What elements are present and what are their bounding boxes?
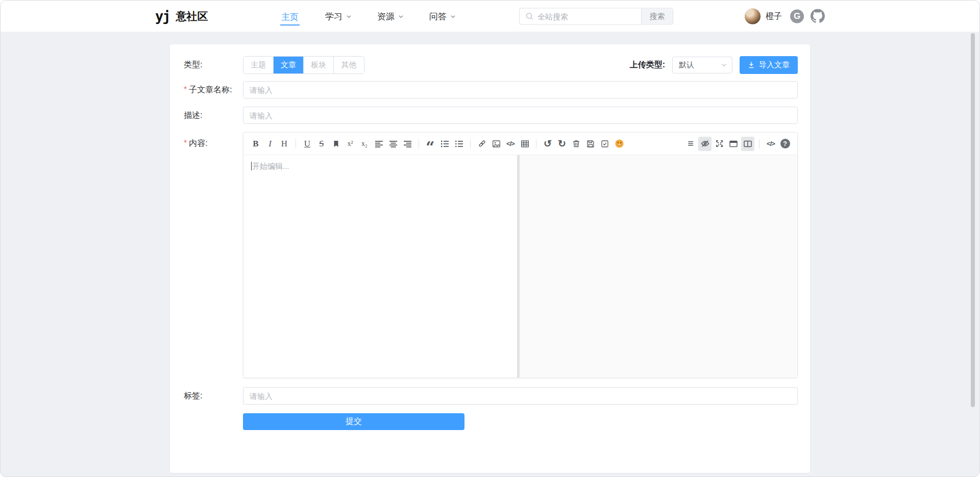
user-area: 橙子 G	[745, 8, 825, 24]
source-code-icon[interactable]: </>	[764, 137, 777, 151]
unordered-list-icon[interactable]	[452, 137, 465, 151]
type-tab-article[interactable]: 文章	[274, 57, 304, 73]
type-label: 类型:	[184, 60, 243, 70]
article-form-card: 类型: 主题 文章 板块 其他 上传类型: 默认	[170, 44, 810, 473]
markdown-editor: B I H U S x² x₂	[243, 132, 798, 378]
align-center-icon[interactable]	[386, 137, 400, 151]
undo-icon[interactable]: ↺	[541, 137, 554, 151]
search-icon	[520, 8, 537, 24]
user-name[interactable]: 橙子	[766, 11, 782, 21]
trash-icon[interactable]	[570, 137, 583, 151]
type-tab-other[interactable]: 其他	[334, 57, 364, 73]
page-body: 类型: 主题 文章 板块 其他 上传类型: 默认	[1, 32, 979, 476]
content-row: *内容: B I H U S x² x₂	[184, 132, 798, 378]
type-tab-board[interactable]: 板块	[304, 57, 334, 73]
top-header: yj 意社区 主页 学习 资源 问答 搜索	[1, 1, 979, 32]
chevron-down-icon	[346, 14, 352, 19]
blockquote-icon[interactable]: “	[424, 137, 437, 151]
ordered-list-icon[interactable]	[438, 137, 451, 151]
upload-type-select[interactable]: 默认	[672, 57, 732, 73]
editor-body: 开始编辑...	[243, 155, 797, 378]
table-icon[interactable]	[518, 137, 531, 151]
fullscreen-icon[interactable]	[713, 137, 726, 151]
description-input[interactable]	[243, 107, 798, 124]
emoji-icon[interactable]	[612, 137, 626, 151]
nav-item-resource[interactable]: 资源	[377, 11, 404, 22]
tags-row: 标签:	[184, 387, 798, 405]
chevron-down-icon	[721, 62, 727, 68]
main-nav: 主页 学习 资源 问答	[280, 1, 456, 32]
text-caret	[251, 162, 252, 170]
content-label: *内容:	[184, 132, 243, 149]
editor-toolbar: B I H U S x² x₂	[243, 133, 797, 155]
editor-placeholder: 开始编辑...	[252, 162, 289, 170]
download-icon	[748, 61, 755, 68]
type-tab-topic[interactable]: 主题	[243, 57, 274, 73]
chevron-down-icon	[450, 14, 456, 19]
italic-icon[interactable]: I	[263, 137, 277, 151]
import-article-button[interactable]: 导入文章	[740, 56, 798, 74]
editor-input-area[interactable]: 开始编辑...	[243, 155, 517, 378]
tags-label: 标签:	[184, 391, 243, 401]
user-avatar[interactable]	[745, 8, 761, 24]
save-icon[interactable]	[584, 137, 597, 151]
description-row: 描述:	[184, 107, 798, 124]
sub-article-name-input[interactable]	[243, 81, 798, 98]
split-view-icon[interactable]	[741, 137, 754, 151]
submit-button[interactable]: 提交	[243, 413, 464, 430]
browser-page: yj 意社区 主页 学习 资源 问答 搜索	[0, 0, 980, 477]
toolbar-divider	[759, 139, 760, 148]
outline-menu-icon[interactable]: ≡	[684, 137, 697, 151]
align-left-icon[interactable]	[372, 137, 385, 151]
upload-controls: 上传类型: 默认 导入文章	[630, 56, 798, 74]
toolbar-divider	[470, 139, 471, 148]
logo-icon: yj	[155, 9, 170, 23]
redo-icon[interactable]: ↻	[555, 137, 569, 151]
heading-icon[interactable]: H	[278, 137, 291, 151]
strikethrough-icon[interactable]: S	[315, 137, 328, 151]
toolbar-divider	[419, 139, 419, 148]
site-title: 意社区	[176, 9, 208, 23]
subscript-icon[interactable]: x₂	[358, 137, 371, 151]
toolbar-divider	[536, 139, 536, 148]
preview-only-icon[interactable]	[727, 137, 740, 151]
image-icon[interactable]	[489, 137, 503, 151]
type-tab-group: 主题 文章 板块 其他	[243, 56, 364, 74]
align-right-icon[interactable]	[401, 137, 414, 151]
upload-type-label: 上传类型:	[630, 60, 665, 70]
search-button[interactable]: 搜索	[641, 8, 673, 24]
nav-item-home[interactable]: 主页	[280, 10, 300, 26]
submit-row: 提交	[184, 413, 798, 430]
github-icon[interactable]	[811, 9, 825, 23]
gitee-icon[interactable]: G	[790, 9, 804, 23]
tags-input[interactable]	[243, 387, 798, 405]
sub-article-name-label: *子文章名称:	[184, 85, 243, 95]
nav-item-qa[interactable]: 问答	[429, 11, 456, 22]
site-logo[interactable]: yj 意社区	[155, 9, 208, 23]
chevron-down-icon	[398, 14, 404, 19]
sub-article-name-row: *子文章名称:	[184, 81, 798, 98]
superscript-icon[interactable]: x²	[344, 137, 357, 151]
site-search: 搜索	[519, 8, 673, 24]
code-block-icon[interactable]: </>	[504, 137, 517, 151]
description-label: 描述:	[184, 110, 243, 121]
link-icon[interactable]	[475, 137, 488, 151]
type-row: 类型: 主题 文章 板块 其他 上传类型: 默认	[184, 56, 798, 74]
toolbar-divider	[296, 139, 296, 148]
bookmark-icon[interactable]	[329, 137, 342, 151]
task-list-icon[interactable]	[598, 137, 611, 151]
underline-icon[interactable]: U	[301, 137, 314, 151]
search-input[interactable]	[537, 8, 641, 24]
editor-preview-area	[520, 155, 797, 378]
bold-icon[interactable]: B	[249, 137, 262, 151]
preview-toggle-icon[interactable]	[698, 137, 712, 151]
nav-item-study[interactable]: 学习	[325, 11, 352, 22]
editor-view-controls: ≡	[683, 137, 792, 151]
page-scrollbar-thumb[interactable]	[971, 33, 975, 407]
help-icon[interactable]: ?	[778, 137, 792, 151]
